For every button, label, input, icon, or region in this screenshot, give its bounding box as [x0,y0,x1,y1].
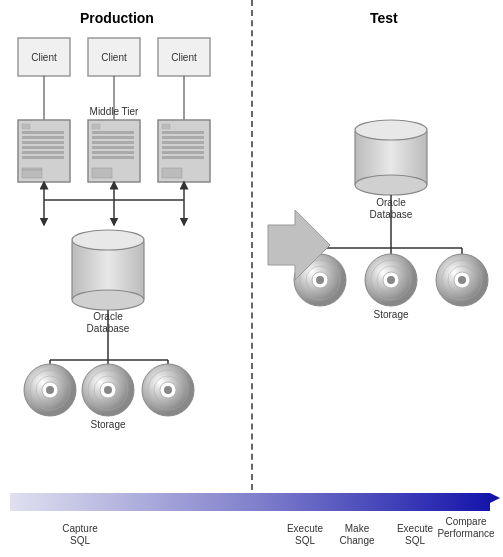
test-db-bottom [355,175,427,195]
svg-point-62 [454,272,470,288]
svg-rect-23 [162,141,204,144]
svg-point-44 [94,376,122,404]
svg-rect-5 [22,136,64,139]
bottom-label-execute1-1: Execute [287,523,324,534]
svg-point-43 [88,370,128,410]
svg-rect-12 [92,124,100,129]
svg-rect-20 [162,124,170,129]
test-db-label-2: Database [370,209,413,220]
svg-point-45 [160,382,176,398]
svg-point-47 [148,370,188,410]
diagram-container: Production Test Client Client Client Mid… [0,0,503,557]
client-box-2 [88,38,140,76]
svg-rect-18 [92,156,134,159]
prod-disc-2 [82,364,134,416]
svg-rect-15 [92,141,134,144]
svg-point-41 [100,382,116,398]
prod-db-label-1: Oracle [93,311,123,322]
client-label-3: Client [171,52,197,63]
svg-point-37 [42,382,58,398]
svg-point-65 [448,266,476,294]
prod-storage-label: Storage [90,419,125,430]
svg-rect-7 [22,146,64,149]
svg-rect-13 [92,131,134,134]
divider [251,0,253,490]
svg-rect-8 [22,151,64,154]
svg-rect-27 [162,168,182,178]
bottom-label-capture-2: SQL [70,535,90,546]
svg-rect-10 [22,168,42,178]
test-storage-label: Storage [373,309,408,320]
test-disc-2 [365,254,417,306]
svg-rect-21 [162,131,204,134]
svg-point-57 [306,266,334,294]
gradient-bar [10,493,500,511]
svg-point-38 [46,386,54,394]
svg-rect-25 [162,151,204,154]
bottom-label-execute1-2: SQL [295,535,315,546]
svg-rect-4 [22,131,64,134]
test-db-top [355,120,427,140]
svg-point-63 [458,276,466,284]
test-db-label-1: Oracle [376,197,406,208]
svg-rect-9 [22,156,64,159]
big-arrow [268,210,330,280]
client-box-3 [158,38,210,76]
svg-point-55 [316,276,324,284]
svg-point-64 [442,260,482,300]
svg-rect-19 [92,168,112,178]
prod-db-bottom [72,290,144,310]
svg-rect-6 [22,141,64,144]
bottom-label-compare-2: Performance [437,528,495,539]
server-box-1 [18,120,70,182]
svg-rect-16 [92,146,134,149]
prod-disc-3 [142,364,194,416]
svg-point-48 [154,376,182,404]
bottom-label-execute2-1: Execute [397,523,434,534]
svg-rect-26 [162,156,204,159]
svg-point-59 [387,276,395,284]
prod-db-body [72,240,144,300]
client-box-1 [18,38,70,76]
bottom-label-make-2: Change [339,535,374,546]
client-label-2: Client [101,52,127,63]
svg-rect-22 [162,136,204,139]
svg-point-46 [164,386,172,394]
test-disc-1 [294,254,346,306]
svg-point-56 [300,260,340,300]
bottom-label-make-1: Make [345,523,370,534]
production-header: Production [80,10,154,26]
client-label-1: Client [31,52,57,63]
bottom-label-execute2-2: SQL [405,535,425,546]
svg-rect-24 [162,146,204,149]
svg-rect-14 [92,136,134,139]
svg-rect-17 [92,151,134,154]
bottom-label-compare-1: Compare [445,516,487,527]
prod-disc-1 [24,364,76,416]
prod-db-top [72,230,144,250]
svg-rect-3 [22,124,30,129]
svg-point-40 [36,376,64,404]
svg-point-58 [383,272,399,288]
test-header: Test [370,10,398,26]
bottom-label-capture-1: Capture [62,523,98,534]
test-disc-3 [436,254,488,306]
prod-db-label-2: Database [87,323,130,334]
svg-point-60 [371,260,411,300]
svg-point-61 [377,266,405,294]
svg-point-54 [312,272,328,288]
svg-point-42 [104,386,112,394]
test-db-body [355,130,427,185]
middle-tier-label: Middle Tier [90,106,140,117]
svg-point-39 [30,370,70,410]
server-box-3 [158,120,210,182]
server-box-2 [88,120,140,182]
